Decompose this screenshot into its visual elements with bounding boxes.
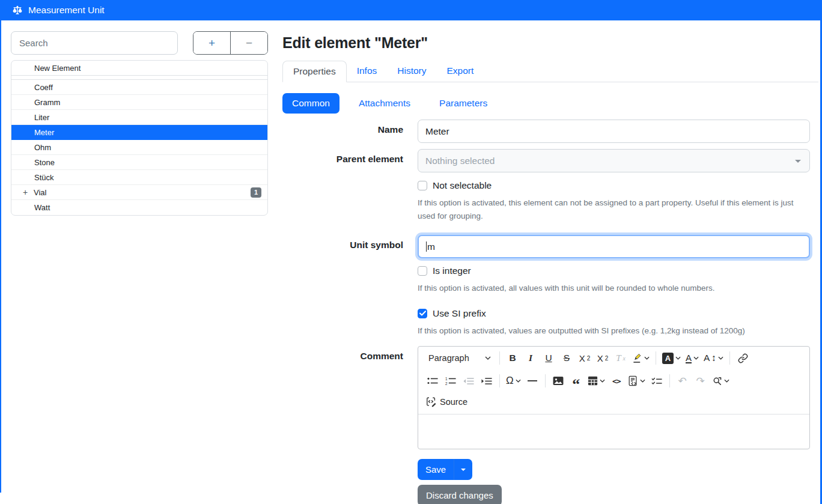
font-size-arrow-icon: ↕ [711,353,716,363]
tree-item-watt[interactable]: Watt [11,200,267,215]
main-panel: Edit element "Meter" Properties Infos Hi… [282,31,818,504]
inline-code-button[interactable]: <> [607,372,626,390]
tree-item-liter[interactable]: Liter [11,110,267,125]
image-icon [553,376,564,386]
italic-button[interactable]: I [522,349,540,367]
si-prefix-checkbox-row[interactable]: Use SI prefix [418,308,810,319]
discard-changes-button[interactable]: Discard changes [418,485,502,504]
superscript-mark: 2 [605,355,609,362]
search-input[interactable] [11,31,178,55]
collapse-all-button[interactable]: − [230,32,267,54]
highlight-button[interactable] [630,349,652,367]
subtab-parameters[interactable]: Parameters [430,93,497,114]
name-field[interactable] [418,120,810,143]
tree-item-meter[interactable]: Meter [11,125,267,140]
expand-all-button[interactable]: + [193,32,230,54]
source-button-label: Source [440,397,467,407]
page-title: Edit element "Meter" [282,34,818,52]
parent-element-select[interactable]: Nothing selected [418,149,810,172]
subtab-attachments[interactable]: Attachments [349,93,420,114]
paragraph-dropdown-label: Paragraph [428,353,469,363]
tree-item-label: Watt [34,203,50,212]
font-size-icon: A [704,353,710,363]
superscript-button[interactable]: X2 [594,349,612,367]
tab-infos[interactable]: Infos [347,61,388,82]
special-characters-button[interactable]: Ω [504,372,523,390]
is-integer-checkbox-row[interactable]: Is integer [418,266,810,276]
highlighter-icon [632,353,642,363]
save-dropdown-toggle[interactable] [454,459,472,480]
insert-image-button[interactable] [549,372,567,390]
tree-item-coeff[interactable]: Coeff [11,80,267,95]
not-selectable-checkbox[interactable] [418,181,427,190]
subtab-bar: Common Attachments Parameters [282,93,818,114]
find-replace-button[interactable] [710,372,732,390]
chevron-down-icon [644,356,650,360]
font-color-button[interactable]: A [683,349,701,367]
svg-text:1: 1 [445,377,448,381]
horizontal-line-icon [528,380,537,382]
tree-item-label: Gramm [34,98,60,107]
tree-item-ohm[interactable]: Ohm [11,140,267,155]
code-block-button[interactable] [626,372,648,390]
toolbar-separator [729,351,730,365]
superscript-glyph: X [597,353,603,363]
caret-down-icon [461,469,466,471]
todo-list-icon [651,377,662,386]
tree-zoom-button-group: + − [193,31,268,55]
element-tree: New Element Coeff Gramm Liter Meter Ohm … [11,60,268,216]
redo-button[interactable]: ↷ [692,372,710,390]
is-integer-checkbox[interactable] [418,266,427,276]
outdent-button[interactable] [460,372,478,390]
strikethrough-button[interactable]: S [558,349,576,367]
paragraph-dropdown[interactable]: Paragraph [424,349,496,367]
chevron-down-icon [640,379,645,383]
chevron-down-icon [675,356,681,360]
bulleted-list-button[interactable] [424,372,442,390]
tab-export[interactable]: Export [437,61,484,82]
horizontal-line-button[interactable] [523,372,541,390]
tab-history[interactable]: History [387,61,436,82]
si-prefix-checkbox[interactable] [418,309,427,318]
font-background-icon: A [662,353,674,364]
table-icon [588,376,598,386]
tree-item-stone[interactable]: Stone [11,155,267,170]
tree-item-stueck[interactable]: Stück [11,170,267,185]
save-button[interactable]: Save [418,459,454,480]
block-quote-button[interactable]: “ [567,372,585,390]
not-selectable-checkbox-row[interactable]: Not selectable [418,180,810,191]
source-editing-icon [426,396,437,407]
tree-item-label: Meter [34,128,54,137]
todo-list-button[interactable] [648,372,666,390]
unit-symbol-value: m [427,241,435,252]
outdent-icon [463,377,474,386]
tree-item-gramm[interactable]: Gramm [11,95,267,110]
remove-format-button[interactable]: Tx [612,349,630,367]
tree-item-vial[interactable]: + Vial 1 [11,185,267,200]
subscript-button[interactable]: X2 [576,349,594,367]
bold-button[interactable]: B [504,349,522,367]
tree-item-new-element[interactable]: New Element [11,61,267,76]
subtab-common[interactable]: Common [282,93,339,114]
font-background-button[interactable]: A [660,349,683,367]
editor-content-area[interactable] [418,414,809,449]
save-button-group: Save [418,459,472,480]
chevron-down-icon [516,379,521,383]
numbered-list-button[interactable]: 1 2 [442,372,460,390]
toolbar-separator [656,351,656,365]
balance-scale-icon [12,5,23,15]
toolbar-separator [499,351,500,365]
unit-symbol-field[interactable]: m [418,235,810,258]
tab-properties[interactable]: Properties [282,61,347,82]
insert-table-button[interactable] [585,372,607,390]
chevron-down-icon [693,356,699,360]
underline-button[interactable]: U [540,349,558,367]
undo-button[interactable]: ↶ [674,372,692,390]
bulleted-list-icon [427,377,438,386]
font-size-button[interactable]: A↕ [701,349,726,367]
indent-button[interactable] [478,372,496,390]
link-button[interactable] [734,349,752,367]
source-button[interactable]: Source [424,393,470,410]
find-replace-icon [712,376,722,386]
expand-node-icon[interactable]: + [23,187,32,197]
